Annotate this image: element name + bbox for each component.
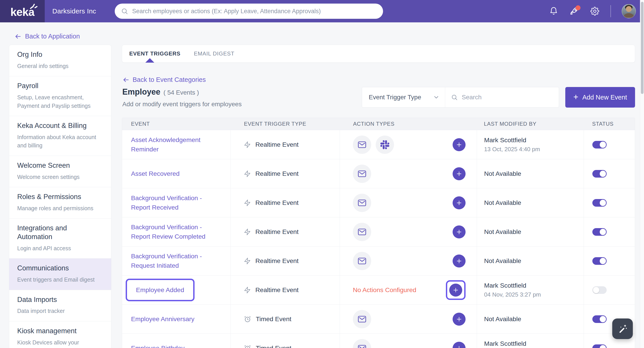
table-search-input[interactable] [462,94,553,101]
status-toggle[interactable] [592,257,607,265]
add-action-button[interactable] [452,138,466,151]
add-action-button[interactable] [452,342,466,348]
email-action-icon[interactable] [353,339,371,348]
status-toggle[interactable] [592,228,607,236]
event-link[interactable]: Background Verification - Report Review … [131,222,222,241]
sidebar-item-data-imports[interactable]: Data Imports Data import tracker [9,290,111,322]
add-action-button[interactable] [452,226,466,238]
trigger-type-label: Realtime Event [255,170,298,177]
sidebar-item-roles-permissions[interactable]: Roles & Permissions Manage roles and per… [9,187,111,218]
event-link[interactable]: Asset Recovered [131,169,180,178]
whats-new-rocket-icon[interactable] [569,6,579,16]
trigger-type-label: Realtime Event [255,228,298,236]
status-toggle[interactable] [592,141,607,148]
sidebar-item-org-info[interactable]: Org Info General info settings [9,45,111,76]
modified-by: Not Available [484,199,521,206]
settings-gear-icon[interactable] [590,6,600,16]
column-header-action-types: ACTION TYPES [340,118,477,130]
notification-dot [576,5,580,10]
event-link[interactable]: Asset Acknowledgement Reminder [131,135,222,154]
table-row-highlighted: Employee Added Realtime Event No Actions… [122,275,635,304]
magic-wand-fab[interactable] [612,318,633,339]
table-row: Employee Birthday Timed Event Mark Scott… [122,334,635,348]
status-toggle[interactable] [592,286,607,294]
sidebar-item-title: Welcome Screen [17,161,103,170]
search-icon [451,94,458,101]
notifications-bell-icon[interactable] [549,6,558,16]
page-scrollbar [640,0,644,348]
plus-icon [456,228,462,235]
add-action-button[interactable] [449,284,462,296]
arrow-left-icon [122,76,130,84]
sidebar-item-integrations-automation[interactable]: Integrations and Automation Login and AP… [9,218,111,258]
email-action-icon[interactable] [353,252,371,270]
back-to-event-categories-link[interactable]: Back to Event Categories [122,76,206,84]
sidebar-item-subtitle: Login and API access [17,244,103,253]
sidebar-item-welcome-screen[interactable]: Welcome Screen Welcome screen settings [9,156,111,187]
tab-event-triggers[interactable]: EVENT TRIGGERS [129,50,180,57]
column-header-status: STATUS [584,118,635,130]
lightning-icon [244,141,251,148]
modified-by: Mark Scottfield [484,136,526,144]
global-search[interactable] [115,4,383,19]
add-action-button[interactable] [452,167,466,180]
sidebar-item-keka-account-billing[interactable]: Keka Account & Billing Information about… [9,116,111,156]
modified-by: Not Available [484,170,521,177]
arrow-left-icon [14,33,22,40]
trigger-type-label: Realtime Event [255,286,298,294]
event-link[interactable]: Background Verification - Report Receive… [131,194,222,212]
back-to-event-categories-label: Back to Event Categories [132,76,206,84]
search-icon [121,8,128,15]
modified-by: Not Available [484,315,521,323]
topbar-actions [549,0,636,22]
sidebar-item-payroll[interactable]: Payroll Setup, Leave encashment, Payment… [9,76,111,116]
add-action-button[interactable] [452,254,466,268]
status-toggle[interactable] [592,315,607,323]
plus-icon [456,170,462,177]
global-search-input[interactable] [132,8,377,15]
sidebar-item-subtitle: Information about Keka account and billi… [17,133,103,150]
table-search[interactable] [445,87,559,107]
sidebar-item-subtitle: Setup, Leave encashment, Payment and Pay… [17,93,103,110]
email-action-icon[interactable] [353,223,371,241]
page-header: Employee ( 54 Events ) Add or modify eve… [122,87,242,108]
modified-by: Mark Scottfield [484,282,526,289]
plus-icon [456,345,462,348]
table-row: Background Verification - Report Review … [122,217,635,246]
sidebar-item-kiosk-management[interactable]: Kiosk management Kiosk Devices allow you… [9,322,111,348]
event-trigger-type-select[interactable]: Event Trigger Type [362,87,445,107]
add-action-button[interactable] [452,313,466,326]
keka-logo[interactable]: keka [0,0,45,22]
table-row: Background Verification - Report Receive… [122,188,635,217]
lightning-icon [244,170,251,177]
add-new-event-button[interactable]: + Add New Event [565,87,635,108]
event-link[interactable]: Employee Added [136,286,184,294]
email-action-icon[interactable] [353,310,371,328]
tab-email-digest[interactable]: EMAIL DIGEST [194,50,234,57]
scrollbar-thumb[interactable] [641,2,644,94]
status-toggle[interactable] [592,344,607,348]
sidebar-item-subtitle: General info settings [17,62,103,70]
slack-action-icon[interactable] [376,136,394,154]
status-toggle[interactable] [592,170,607,178]
event-link[interactable]: Employee Birthday [131,344,184,348]
email-action-icon[interactable] [353,136,371,154]
email-action-icon[interactable] [353,194,371,212]
sidebar-item-title: Keka Account & Billing [17,122,103,130]
company-name: Darksiders Inc [52,0,96,22]
email-action-icon[interactable] [353,164,371,183]
trigger-type-label: Realtime Event [255,141,298,148]
back-to-application-link[interactable]: Back to Application [14,33,80,40]
tabs-bar: EVENT TRIGGERS EMAIL DIGEST [122,45,635,62]
lightning-icon [244,199,251,206]
event-link[interactable]: Employee Anniversary [131,314,194,324]
status-toggle[interactable] [592,199,607,207]
user-avatar[interactable] [622,4,636,18]
add-action-button[interactable] [452,196,466,209]
sidebar-item-title: Kiosk management [17,327,103,336]
active-tab-indicator [145,58,154,62]
sidebar-item-subtitle: Kiosk Devices allow your employees to cl… [17,338,103,348]
column-header-trigger-type: EVENT TRIGGER TYPE [230,118,340,130]
sidebar-item-communications[interactable]: Communications Event triggers and Email … [9,258,111,290]
event-link[interactable]: Background Verification - Request Initia… [131,252,222,270]
